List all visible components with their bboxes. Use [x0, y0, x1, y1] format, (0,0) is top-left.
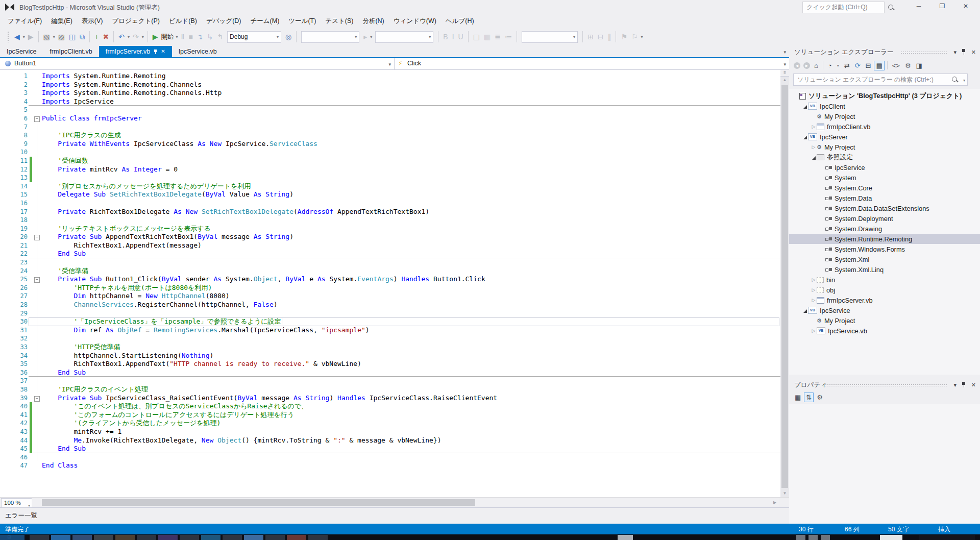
taskbar-app[interactable]: [51, 535, 70, 540]
code-line[interactable]: 19'リッチテキストボックスにメッセージを表示する: [0, 225, 780, 233]
fold-toggle[interactable]: −: [34, 116, 40, 122]
tab-frmipcclient-vb[interactable]: frmIpcClient.vb: [43, 46, 99, 57]
menu-item[interactable]: デバッグ(D): [202, 14, 246, 28]
code-line[interactable]: 27Dim httpChannel = New HttpChannel(8080…: [0, 292, 780, 301]
code-line[interactable]: 24'受信準備: [0, 267, 780, 276]
taskbar-app[interactable]: [287, 535, 306, 540]
se-refresh-icon[interactable]: ⟳: [853, 61, 863, 70]
pin-icon[interactable]: [154, 50, 157, 54]
windows-taskbar[interactable]: ⊞: [0, 534, 980, 540]
ime-indicator[interactable]: [880, 535, 902, 540]
taskbar-app[interactable]: [72, 535, 92, 540]
editor-zoom-select[interactable]: 100 %▾: [1, 498, 32, 508]
search-icon[interactable]: [952, 77, 957, 82]
numbering-icon[interactable]: ≔: [503, 31, 514, 43]
undo-icon[interactable]: ↶: [116, 31, 127, 43]
se-collapse-all-icon[interactable]: ⊟: [864, 61, 873, 70]
tab-ipcservice-vb[interactable]: IpcService.vb: [172, 46, 224, 57]
tree-item[interactable]: System.Xml: [789, 254, 980, 264]
props-categorized-icon[interactable]: ▦: [793, 392, 803, 402]
chevron-down-icon[interactable]: ▾: [963, 78, 965, 83]
scroll-right-icon[interactable]: ▶: [771, 498, 779, 507]
chevron-down-icon[interactable]: ▾: [388, 62, 391, 67]
scroll-down-icon[interactable]: ▼: [780, 490, 789, 497]
new-file-icon[interactable]: ▧: [41, 31, 52, 43]
tree-item[interactable]: ▷frmIpcServer.vb: [789, 295, 980, 305]
se-sync-active-document-icon[interactable]: ▤: [874, 61, 884, 70]
start-debug-icon[interactable]: ▶: [151, 31, 160, 43]
menu-item[interactable]: 編集(E): [46, 14, 77, 28]
expanded-arrow-icon[interactable]: [802, 133, 808, 141]
taskbar-app-active[interactable]: [244, 535, 263, 540]
close-icon[interactable]: ✕: [161, 46, 165, 57]
minimize-button[interactable]: ─: [908, 0, 930, 12]
code-line[interactable]: 15Delegate Sub SetRichTextBox1Delegate(B…: [0, 190, 780, 199]
bold-icon[interactable]: B: [441, 31, 450, 43]
step-into-icon[interactable]: ↴: [195, 31, 205, 43]
menu-item[interactable]: テスト(S): [321, 14, 358, 28]
collapsed-arrow-icon[interactable]: ▷: [811, 287, 817, 292]
code-line[interactable]: 17Private RichTextBox1Delegate As New Se…: [0, 208, 780, 216]
panel-splitter[interactable]: [789, 375, 980, 379]
replace-combo[interactable]: ▾: [375, 31, 433, 43]
code-line[interactable]: 44Me.Invoke(RichTextBox1Delegate, New Ob…: [0, 436, 780, 445]
step-over-icon[interactable]: ↳: [205, 31, 215, 43]
code-line[interactable]: 13: [0, 174, 780, 182]
save-icon[interactable]: ◫: [67, 31, 78, 43]
pin-icon[interactable]: [962, 382, 966, 387]
menu-item[interactable]: 分析(N): [358, 14, 388, 28]
italic-icon[interactable]: I: [450, 31, 456, 43]
menu-item[interactable]: 表示(V): [77, 14, 108, 28]
find-combo[interactable]: ▾: [301, 31, 359, 43]
tree-item[interactable]: ▷VBIpcService.vb: [789, 326, 980, 336]
window-position-dropdown-icon[interactable]: ▾: [953, 381, 957, 388]
code-line[interactable]: 47End Class: [0, 461, 780, 470]
code-line[interactable]: 16: [0, 199, 780, 208]
tree-item[interactable]: ⚙My Project: [789, 111, 980, 121]
tab-ipcservice[interactable]: IpcService: [0, 46, 43, 57]
stop-icon[interactable]: ■: [186, 31, 194, 43]
tree-item[interactable]: ▷obj: [789, 285, 980, 295]
tab-frmipcserver-vb[interactable]: frmIpcServer.vb✕: [99, 46, 172, 57]
code-line[interactable]: 3Imports System.Runtime.Remoting.Channel…: [0, 89, 780, 97]
tray-icon[interactable]: [796, 535, 805, 540]
redo-dropdown[interactable]: ▾: [141, 35, 145, 39]
code-line[interactable]: 14'別プロセスからのメッセージを処理するためデリゲートを利用: [0, 182, 780, 191]
code-line[interactable]: 31Dim ref As ObjRef = RemotingServices.M…: [0, 326, 780, 335]
tree-item[interactable]: ▷bin: [789, 275, 980, 285]
code-line[interactable]: 5: [0, 106, 780, 114]
search-icon[interactable]: [888, 5, 893, 10]
horizontal-scroll-thumb[interactable]: [42, 499, 475, 506]
tree-item[interactable]: 参照設定: [789, 152, 980, 162]
taskbar-app[interactable]: [30, 535, 49, 540]
code-line[interactable]: 11'受信回数: [0, 157, 780, 165]
solution-config-combo[interactable]: Debug▾: [227, 31, 281, 43]
toolbar-overflow-dropdown[interactable]: ▾: [640, 35, 644, 39]
code-line[interactable]: 20−Private Sub AppendTextRichTextBox1(By…: [0, 233, 780, 241]
code-line[interactable]: 28ChannelServices.RegisterChannel(httpCh…: [0, 301, 780, 309]
code-line[interactable]: 32: [0, 334, 780, 343]
tray-icon[interactable]: [808, 535, 818, 540]
tree-item[interactable]: System.Deployment: [789, 213, 980, 224]
tree-item[interactable]: ▷frmIpcClient.vb: [789, 121, 980, 132]
code-line[interactable]: 22End Sub: [0, 250, 780, 258]
collapsed-arrow-icon[interactable]: ▷: [811, 124, 817, 129]
tree-item[interactable]: ▷⚙My Project: [789, 142, 980, 152]
code-line[interactable]: 41'このフォームのコントロールにアクセスするにはデリゲート処理を行う: [0, 411, 780, 420]
close-button[interactable]: ✕: [954, 0, 977, 12]
redo-icon[interactable]: ↷: [131, 31, 141, 43]
align-left-icon[interactable]: ▤: [471, 31, 482, 43]
tree-item[interactable]: System.Data.DataSetExtensions: [789, 203, 980, 213]
code-line[interactable]: 7: [0, 123, 780, 132]
collapsed-arrow-icon[interactable]: ▷: [811, 144, 817, 150]
new-file-dropdown[interactable]: ▾: [52, 35, 56, 39]
menu-item[interactable]: チーム(M): [246, 14, 284, 28]
underline-icon[interactable]: U: [456, 31, 465, 43]
code-line[interactable]: 18: [0, 216, 780, 225]
code-line[interactable]: 38'IPC用クラスのイベント処理: [0, 385, 780, 394]
quick-launch-input[interactable]: クイック起動 (Ctrl+Q): [802, 2, 885, 13]
object-dropdown[interactable]: Button1 ▾: [0, 58, 395, 69]
remove-item-icon[interactable]: ✖: [101, 31, 111, 43]
event-dropdown[interactable]: ⚡ Click ▾: [394, 58, 789, 69]
tree-item[interactable]: VBIpcService: [789, 305, 980, 315]
